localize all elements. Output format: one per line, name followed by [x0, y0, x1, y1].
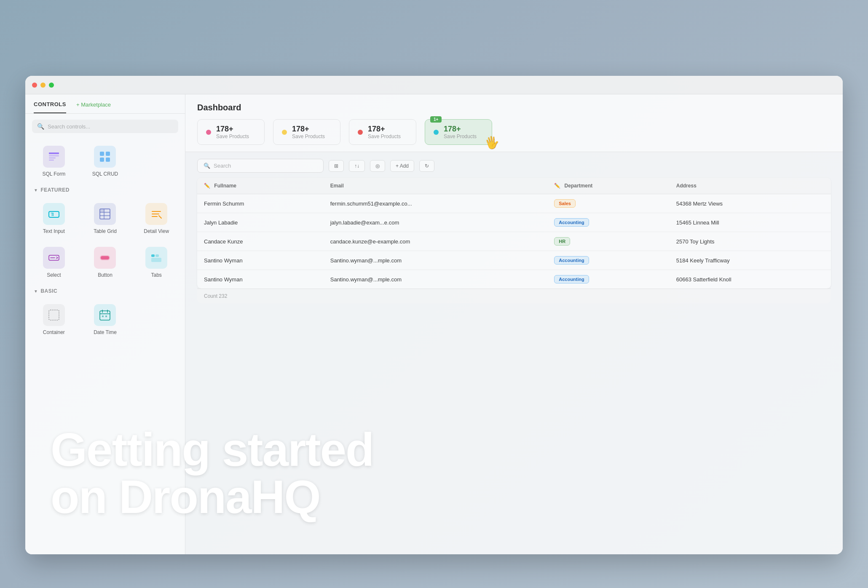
- stat-dot-1: [206, 130, 211, 135]
- table-row: Santino Wyman Santino.wyman@...mple.com …: [197, 270, 831, 289]
- stat-card-4: 1+ 178+ Save Products 🖐️: [425, 119, 492, 145]
- toolbar-add-btn[interactable]: + Add: [390, 160, 414, 172]
- tabs-icon: [145, 247, 167, 269]
- toolbar-refresh-btn[interactable]: ↻: [419, 160, 434, 172]
- panel-tabs: CONTROLS + Marketplace: [25, 94, 185, 114]
- stat-card-3: 178+ Save Products: [349, 119, 416, 145]
- button-label: Button: [98, 272, 113, 278]
- search-bar[interactable]: 🔍 Search controls...: [32, 120, 178, 133]
- cell-fullname-3: Santino Wyman: [197, 251, 324, 270]
- control-button[interactable]: Button: [80, 240, 131, 283]
- cell-email-0: fermin.schumm51@example.co...: [324, 194, 548, 213]
- cell-dept-0: Sales: [547, 194, 670, 213]
- badge-sales-0: Sales: [554, 199, 576, 208]
- svg-rect-3: [49, 160, 54, 160]
- cell-fullname-1: Jalyn Labadie: [197, 213, 324, 232]
- cell-dept-3: Accounting: [547, 251, 670, 270]
- select-icon: [43, 247, 65, 269]
- close-button[interactable]: [32, 83, 37, 88]
- stat-label-3: Save Products: [368, 134, 401, 139]
- col-department: ✏️ Department: [547, 178, 670, 194]
- badge-accounting-3: Accounting: [554, 256, 589, 265]
- badge-hr-2: HR: [554, 237, 570, 246]
- table-search[interactable]: 🔍 Search: [197, 159, 324, 173]
- stat-info-2: 178+ Save Products: [292, 125, 325, 139]
- fullname-edit-icon: ✏️: [204, 183, 210, 189]
- cell-address-4: 60663 Satterfield Knoll: [670, 270, 831, 289]
- search-icon: 🔍: [37, 123, 44, 130]
- sql-form-label: SQL Form: [42, 171, 65, 177]
- green-tag: 1+: [430, 116, 442, 123]
- stat-info-3: 178+ Save Products: [368, 125, 401, 139]
- control-detail-view[interactable]: Detail View: [131, 196, 182, 239]
- chevron-icon: ▼: [34, 188, 38, 192]
- stat-card-1: 178+ Save Products: [197, 119, 265, 145]
- col-fullname: ✏️ Fullname: [197, 178, 324, 194]
- svg-rect-27: [100, 311, 110, 320]
- sql-crud-icon: [94, 146, 116, 168]
- cell-fullname-4: Santino Wyman: [197, 270, 324, 289]
- control-select[interactable]: Select: [29, 240, 79, 283]
- tabs-label: Tabs: [151, 272, 161, 278]
- toolbar-view-btn[interactable]: ◎: [370, 160, 385, 172]
- cell-dept-4: Accounting: [547, 270, 670, 289]
- cell-email-2: candace.kunze@e-example.com: [324, 232, 548, 251]
- window-body: CONTROLS + Marketplace 🔍 Search controls…: [25, 94, 843, 554]
- table-count: Count 232: [204, 293, 227, 299]
- control-table-grid[interactable]: Table Grid: [80, 196, 131, 239]
- dashboard-header: Dashboard 178+ Save Products 178+ Sav: [185, 94, 843, 152]
- table-row: Fermin Schumm fermin.schumm51@example.co…: [197, 194, 831, 213]
- search-input[interactable]: Search controls...: [48, 123, 90, 130]
- control-sql-crud[interactable]: SQL CRUD: [80, 139, 131, 182]
- control-tabs[interactable]: Tabs: [131, 240, 182, 283]
- date-time-label: Date Time: [94, 329, 117, 335]
- featured-section-header: ▼ FEATURED: [25, 182, 185, 196]
- table-row: Santino Wyman Santino.wyman@...mple.com …: [197, 251, 831, 270]
- sql-form-icon: [43, 146, 65, 168]
- svg-rect-15: [100, 209, 104, 212]
- date-time-icon: [94, 304, 116, 326]
- search-table-icon: 🔍: [204, 163, 210, 169]
- badge-accounting-1: Accounting: [554, 218, 589, 227]
- control-container[interactable]: Container: [29, 297, 79, 340]
- tab-marketplace[interactable]: + Marketplace: [76, 102, 111, 113]
- maximize-button[interactable]: [49, 83, 54, 88]
- detail-view-label: Detail View: [144, 228, 169, 234]
- badge-accounting-4: Accounting: [554, 275, 589, 283]
- sql-crud-label: SQL CRUD: [92, 171, 118, 177]
- stat-label-4: Save Products: [444, 134, 477, 139]
- control-date-time[interactable]: Date Time: [80, 297, 131, 340]
- stat-number-4: 178+: [444, 125, 477, 134]
- toolbar-filter-btn[interactable]: ⊞: [329, 160, 344, 172]
- container-label: Container: [43, 329, 65, 335]
- col-address: Address: [670, 178, 831, 194]
- cell-fullname-0: Fermin Schumm: [197, 194, 324, 213]
- toolbar-sort-btn[interactable]: ↑↓: [349, 160, 365, 172]
- minimize-button[interactable]: [40, 83, 46, 88]
- svg-rect-2: [49, 158, 56, 158]
- cell-dept-1: Accounting: [547, 213, 670, 232]
- table-header-row: ✏️ Fullname Email ✏️ Department Address: [197, 178, 831, 194]
- basic-section-header: ▼ BASIC: [25, 283, 185, 297]
- cell-address-1: 15465 Linnea Mill: [670, 213, 831, 232]
- svg-rect-26: [49, 310, 59, 320]
- select-label: Select: [47, 272, 61, 278]
- table-toolbar: 🔍 Search ⊞ ↑↓ ◎ + Add ↻: [197, 159, 831, 173]
- stat-info-4: 178+ Save Products: [444, 125, 477, 139]
- control-text-input[interactable]: T Text Input: [29, 196, 79, 239]
- stat-label-1: Save Products: [216, 134, 249, 139]
- tab-controls[interactable]: CONTROLS: [34, 101, 66, 113]
- basic-controls-grid: Container Date Time: [25, 297, 185, 340]
- dashboard-title: Dashboard: [197, 103, 831, 112]
- stat-number-2: 178+: [292, 125, 325, 134]
- svg-rect-24: [155, 254, 159, 257]
- stat-number-1: 178+: [216, 125, 249, 134]
- cell-address-0: 54368 Mertz Views: [670, 194, 831, 213]
- control-sql-form[interactable]: SQL Form: [29, 139, 79, 182]
- svg-rect-5: [106, 152, 110, 156]
- cell-email-1: jalyn.labadie@exam...e.com: [324, 213, 548, 232]
- svg-rect-32: [105, 315, 107, 317]
- left-panel: CONTROLS + Marketplace 🔍 Search controls…: [25, 94, 185, 554]
- svg-rect-31: [102, 315, 104, 317]
- stat-number-3: 178+: [368, 125, 401, 134]
